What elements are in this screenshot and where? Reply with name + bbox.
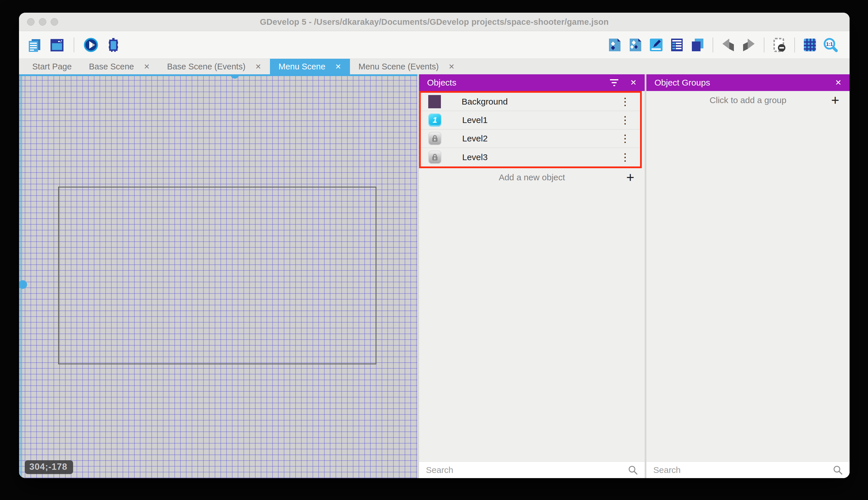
object-groups-panel-title: Object Groups bbox=[655, 78, 710, 88]
zoom-original-icon[interactable]: 1:1 bbox=[822, 37, 838, 53]
plus-icon[interactable]: + bbox=[626, 171, 634, 184]
lock-icon bbox=[428, 151, 442, 164]
layers-icon[interactable] bbox=[690, 37, 706, 53]
redo-icon[interactable] bbox=[741, 37, 757, 53]
tab-base-scene[interactable]: Base Scene ✕ bbox=[80, 59, 158, 74]
object-groups-search-input[interactable] bbox=[653, 465, 833, 475]
object-groups-empty-area bbox=[646, 110, 849, 462]
close-tab-icon[interactable]: ✕ bbox=[255, 63, 261, 70]
object-menu-icon[interactable]: ⋮ bbox=[620, 96, 630, 107]
search-icon[interactable] bbox=[628, 465, 638, 475]
objects-search-bar bbox=[419, 462, 645, 478]
tab-label: Base Scene bbox=[89, 62, 134, 71]
toolbar-right-group: 1:1 bbox=[607, 37, 849, 53]
object-menu-icon[interactable]: ⋮ bbox=[620, 152, 630, 162]
filter-icon[interactable] bbox=[610, 79, 619, 86]
toolbar-divider bbox=[713, 37, 713, 53]
tab-label: Base Scene (Events) bbox=[167, 62, 245, 71]
export-object-icon[interactable] bbox=[607, 37, 623, 53]
tab-menu-scene[interactable]: Menu Scene ✕ bbox=[270, 59, 350, 74]
level1-badge: 1 bbox=[433, 115, 437, 125]
search-icon[interactable] bbox=[833, 465, 843, 475]
play-button[interactable] bbox=[83, 37, 99, 53]
objects-panel: Objects ✕ Background ⋮ 1 Level1 ⋮ bbox=[417, 74, 645, 478]
object-row-level2[interactable]: Level2 ⋮ bbox=[421, 129, 640, 148]
toolbar-divider bbox=[74, 37, 74, 53]
debug-button[interactable] bbox=[105, 37, 121, 53]
tab-label: Menu Scene (Events) bbox=[359, 62, 439, 71]
lock-icon bbox=[428, 132, 442, 145]
close-objects-panel-icon[interactable]: ✕ bbox=[630, 79, 637, 87]
object-name: Background bbox=[462, 97, 508, 106]
undo-icon[interactable] bbox=[720, 37, 736, 53]
window-title: GDevelop 5 - /Users/dkarakay/Documents/G… bbox=[19, 13, 849, 31]
object-groups-panel-header: Object Groups ✕ bbox=[646, 74, 849, 91]
objects-panel-empty-area bbox=[419, 186, 645, 462]
close-tab-icon[interactable]: ✕ bbox=[144, 63, 150, 70]
add-group-button[interactable]: Click to add a group + bbox=[646, 91, 849, 110]
objects-search-input[interactable] bbox=[426, 465, 628, 475]
scene-canvas[interactable]: 304;-178 bbox=[19, 74, 417, 478]
tab-base-scene-events[interactable]: Base Scene (Events) ✕ bbox=[158, 59, 270, 74]
close-object-groups-panel-icon[interactable]: ✕ bbox=[835, 79, 842, 87]
scene-window-frame bbox=[58, 186, 376, 364]
tab-label: Start Page bbox=[32, 62, 72, 71]
object-menu-icon[interactable]: ⋮ bbox=[620, 133, 630, 144]
selection-top-edge bbox=[19, 74, 417, 76]
object-row-background[interactable]: Background ⋮ bbox=[421, 93, 640, 111]
object-menu-icon[interactable]: ⋮ bbox=[620, 115, 630, 125]
toolbar-left-group bbox=[19, 37, 121, 53]
objects-list-icon[interactable] bbox=[627, 37, 644, 53]
toggle-mask-icon[interactable] bbox=[771, 37, 787, 53]
selection-left-edge bbox=[20, 74, 22, 478]
main-content: 304;-178 Objects ✕ Background ⋮ 1 bbox=[19, 74, 849, 478]
background-object-icon bbox=[428, 95, 441, 108]
project-manager-icon[interactable] bbox=[26, 37, 43, 53]
title-bar: GDevelop 5 - /Users/dkarakay/Documents/G… bbox=[19, 13, 849, 31]
object-row-level3[interactable]: Level3 ⋮ bbox=[421, 148, 640, 167]
close-tab-icon[interactable]: ✕ bbox=[448, 63, 455, 70]
objects-panel-title: Objects bbox=[427, 78, 456, 88]
cursor-coordinates-badge: 304;-178 bbox=[25, 460, 73, 474]
plus-icon[interactable]: + bbox=[831, 93, 839, 107]
tab-label: Menu Scene bbox=[279, 62, 326, 71]
main-toolbar: 1:1 bbox=[19, 31, 849, 59]
add-object-button[interactable]: Add a new object + bbox=[419, 168, 645, 186]
level1-object-icon: 1 bbox=[428, 113, 442, 127]
editor-tab-bar: Start Page Base Scene ✕ Base Scene (Even… bbox=[19, 59, 849, 74]
gdevelop-window: GDevelop 5 - /Users/dkarakay/Documents/G… bbox=[19, 13, 849, 478]
selection-top-handle[interactable] bbox=[231, 74, 239, 79]
add-object-label: Add a new object bbox=[419, 172, 645, 182]
object-groups-panel: Object Groups ✕ Click to add a group + bbox=[645, 74, 849, 478]
toolbar-divider bbox=[764, 37, 764, 53]
selection-left-handle[interactable] bbox=[19, 280, 27, 289]
toolbar-divider bbox=[794, 37, 795, 53]
scene-window-icon[interactable] bbox=[49, 37, 65, 53]
object-name: Level1 bbox=[462, 115, 488, 125]
object-name: Level2 bbox=[462, 134, 488, 144]
object-groups-search-bar bbox=[646, 462, 849, 478]
tab-start-page[interactable]: Start Page bbox=[24, 59, 80, 74]
toggle-grid-icon[interactable] bbox=[802, 37, 818, 53]
edit-scene-icon[interactable] bbox=[648, 37, 664, 53]
zoom-ratio-label: 1:1 bbox=[826, 42, 833, 47]
objects-panel-header: Objects ✕ bbox=[419, 74, 645, 91]
tab-menu-scene-events[interactable]: Menu Scene (Events) ✕ bbox=[350, 59, 464, 74]
close-tab-icon[interactable]: ✕ bbox=[335, 63, 341, 70]
object-row-level1[interactable]: 1 Level1 ⋮ bbox=[421, 111, 640, 129]
object-name: Level3 bbox=[462, 152, 488, 162]
instances-list-icon[interactable] bbox=[669, 37, 685, 53]
add-group-label: Click to add a group bbox=[646, 95, 849, 105]
objects-list-highlight: Background ⋮ 1 Level1 ⋮ bbox=[419, 91, 642, 168]
